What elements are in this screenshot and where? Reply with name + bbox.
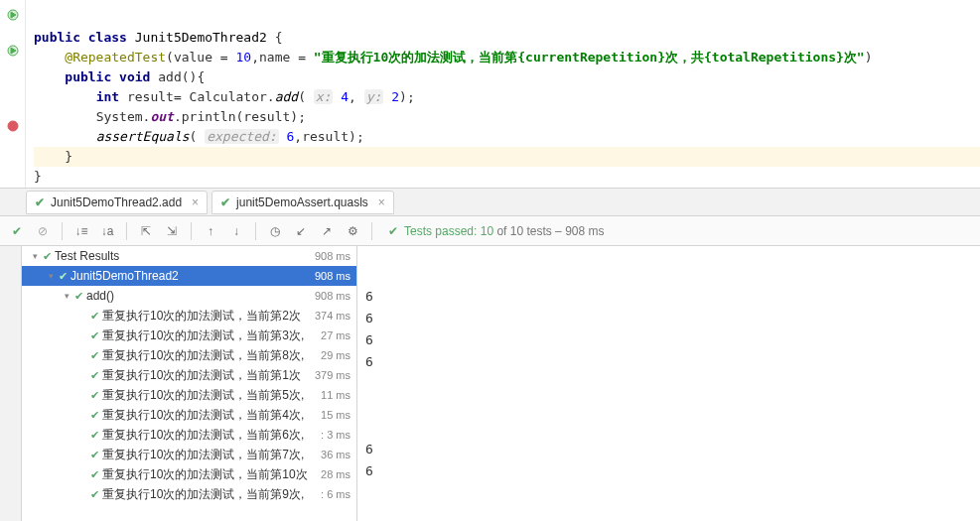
pass-icon: ✔: [90, 310, 99, 323]
pass-icon: ✔: [59, 270, 68, 283]
settings-button[interactable]: ⚙: [342, 220, 363, 242]
history-button[interactable]: ◷: [264, 220, 286, 242]
pass-icon: ✔: [90, 449, 99, 461]
console-output[interactable]: 666666: [357, 246, 980, 521]
tree-test-item[interactable]: ✔重复执行10次的加法测试，当前第5次,11 ms: [22, 385, 356, 405]
run-class-icon[interactable]: [6, 8, 20, 22]
pass-icon: ✔: [388, 224, 398, 238]
import-button[interactable]: ↙: [290, 220, 312, 242]
show-ignored-button[interactable]: ⊘: [32, 220, 54, 242]
pass-icon: ✔: [90, 329, 99, 342]
chevron-down-icon[interactable]: ▾: [62, 291, 71, 301]
pass-icon: ✔: [90, 349, 99, 362]
pass-icon: ✔: [90, 369, 99, 382]
tree-test-item[interactable]: ✔重复执行10次的加法测试，当前第4次,15 ms: [22, 405, 356, 425]
run-test-icon[interactable]: [6, 44, 20, 58]
tree-test-item[interactable]: ✔重复执行10次的加法测试，当前第1次379 ms: [22, 365, 356, 385]
export-button[interactable]: ↗: [316, 220, 338, 242]
pass-icon: ✔: [90, 429, 99, 442]
close-icon[interactable]: ×: [378, 195, 385, 209]
pass-icon: ✔: [74, 290, 83, 303]
code-area[interactable]: public class Junit5DemoThread2 { @Repeat…: [0, 0, 980, 195]
tree-test-item[interactable]: ✔重复执行10次的加法测试，当前第6次,: 3 ms: [22, 425, 356, 445]
pass-icon: ✔: [90, 488, 99, 501]
tree-class[interactable]: ▾ ✔ Junit5DemoThread2 908 ms: [22, 266, 356, 286]
code-editor[interactable]: public class Junit5DemoThread2 { @Repeat…: [0, 0, 980, 189]
test-status: ✔ Tests passed: 10 of 10 tests – 908 ms: [388, 224, 604, 238]
collapse-all-button[interactable]: ⇲: [161, 220, 183, 242]
tree-test-item[interactable]: ✔重复执行10次的加法测试，当前第7次,36 ms: [22, 445, 356, 464]
pass-icon: ✔: [90, 389, 99, 402]
tree-test-item[interactable]: ✔重复执行10次的加法测试，当前第10次28 ms: [22, 464, 356, 484]
pass-icon: ✔: [43, 250, 52, 263]
tab-label: Junit5DemoThread2.add: [51, 195, 182, 209]
tree-test-item[interactable]: ✔重复执行10次的加法测试，当前第3次,27 ms: [22, 326, 356, 345]
tool-window-handle[interactable]: [0, 246, 22, 521]
tab-label: junit5DemoAssert.quasls: [236, 195, 368, 209]
pass-icon: ✔: [35, 195, 45, 209]
svg-point-2: [8, 121, 18, 131]
sort-alpha-button[interactable]: ↓a: [96, 220, 118, 242]
pass-icon: ✔: [220, 195, 230, 209]
tree-test-item[interactable]: ✔重复执行10次的加法测试，当前第8次,29 ms: [22, 345, 356, 365]
pass-icon: ✔: [90, 468, 99, 481]
test-tree[interactable]: ▾ ✔ Test Results 908 ms ▾ ✔ Junit5DemoTh…: [22, 246, 357, 521]
chevron-down-icon[interactable]: ▾: [30, 251, 40, 261]
sort-button[interactable]: ↓≡: [70, 220, 92, 242]
editor-gutter: [0, 0, 26, 188]
show-passed-button[interactable]: ✔: [6, 220, 28, 242]
chevron-down-icon[interactable]: ▾: [46, 271, 56, 281]
prev-button[interactable]: ↑: [200, 220, 221, 242]
tree-method[interactable]: ▾ ✔ add() 908 ms: [22, 286, 356, 306]
test-toolbar: ✔ ⊘ ↓≡ ↓a ⇱ ⇲ ↑ ↓ ◷ ↙ ↗ ⚙ ✔ Tests passed…: [0, 216, 980, 246]
tree-root[interactable]: ▾ ✔ Test Results 908 ms: [22, 246, 356, 266]
expand-all-button[interactable]: ⇱: [135, 220, 157, 242]
close-icon[interactable]: ×: [192, 195, 199, 209]
breakpoint-icon[interactable]: [6, 119, 20, 133]
tree-test-item[interactable]: ✔重复执行10次的加法测试，当前第9次,: 6 ms: [22, 484, 356, 504]
pass-icon: ✔: [90, 409, 99, 422]
tree-test-item[interactable]: ✔重复执行10次的加法测试，当前第2次374 ms: [22, 306, 356, 326]
next-button[interactable]: ↓: [225, 220, 247, 242]
